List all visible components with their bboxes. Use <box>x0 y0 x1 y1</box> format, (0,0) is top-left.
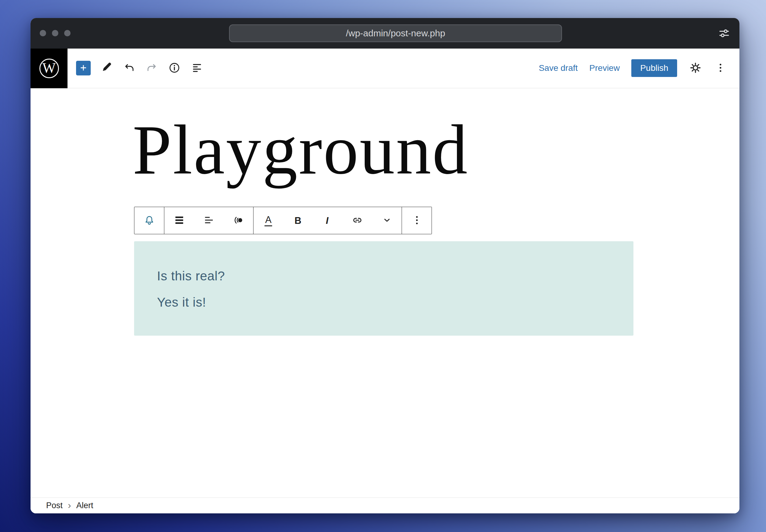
chevron-down-icon <box>381 214 393 227</box>
alert-paragraph[interactable]: Yes it is! <box>157 294 611 311</box>
editor-tools-right: Save draft Preview Publish <box>539 49 727 88</box>
align-text-button[interactable] <box>194 207 224 234</box>
italic-icon: I <box>326 216 330 225</box>
bell-icon <box>144 214 155 227</box>
alert-paragraph[interactable]: Is this real? <box>157 268 611 284</box>
block-inserter-button[interactable] <box>76 61 91 75</box>
link-button[interactable] <box>342 207 372 234</box>
editor-topbar: W <box>31 49 739 88</box>
list-view-button[interactable] <box>190 61 204 75</box>
info-icon <box>168 62 181 75</box>
plus-icon <box>79 63 88 73</box>
post-title-field[interactable]: Playground <box>133 115 469 185</box>
breadcrumb-alert[interactable]: Alert <box>76 501 93 510</box>
block-options-group <box>402 207 432 234</box>
block-toolbar: A B I <box>134 207 432 234</box>
more-formats-button[interactable] <box>372 207 402 234</box>
redo-icon <box>146 62 158 75</box>
url-bar[interactable]: /wp-admin/post-new.php <box>229 24 562 42</box>
undo-icon <box>123 62 135 75</box>
text-color-icon: A <box>264 215 272 226</box>
browser-titlebar: /wp-admin/post-new.php <box>31 18 739 49</box>
alert-block[interactable]: Is this real? Yes it is! <box>134 241 633 336</box>
block-options-button[interactable] <box>402 207 432 234</box>
bold-button[interactable]: B <box>283 207 313 234</box>
window-controls <box>40 30 71 36</box>
link-icon <box>352 214 363 227</box>
save-draft-button[interactable]: Save draft <box>539 63 578 73</box>
wordpress-w: W <box>42 60 56 76</box>
edit-tool-button[interactable] <box>100 61 113 75</box>
italic-button[interactable]: I <box>313 207 342 234</box>
publish-button[interactable]: Publish <box>631 59 677 77</box>
block-type-group <box>134 207 164 234</box>
desktop-background: /wp-admin/post-new.php W <box>0 0 766 532</box>
editor-tools-left <box>76 49 204 88</box>
wordpress-logo-icon: W <box>39 59 59 78</box>
breadcrumb: Post › Alert <box>31 497 739 513</box>
document-info-button[interactable] <box>168 61 181 75</box>
align-left-icon <box>203 214 215 227</box>
redo-button[interactable] <box>145 61 159 75</box>
gear-icon <box>689 62 702 75</box>
justify-button[interactable] <box>164 207 194 234</box>
window-zoom-button[interactable] <box>64 30 71 36</box>
undo-button[interactable] <box>122 61 136 75</box>
format-group: A B I <box>254 207 402 234</box>
chevron-right-icon: › <box>68 500 71 511</box>
kebab-icon <box>715 62 726 75</box>
duotone-button[interactable] <box>224 207 253 234</box>
alert-block-type-button[interactable] <box>134 207 164 234</box>
kebab-icon <box>411 214 423 227</box>
list-view-icon <box>191 62 203 75</box>
window-minimize-button[interactable] <box>52 30 58 36</box>
tune-icon <box>718 27 731 41</box>
more-options-button[interactable] <box>714 61 727 75</box>
pencil-icon <box>100 62 113 75</box>
block-controls-group <box>164 207 254 234</box>
settings-button[interactable] <box>689 61 702 75</box>
bold-icon: B <box>294 216 301 225</box>
duotone-icon <box>233 214 244 227</box>
preview-button[interactable]: Preview <box>589 63 620 73</box>
breadcrumb-post[interactable]: Post <box>46 501 63 510</box>
window-close-button[interactable] <box>40 30 46 36</box>
url-text: /wp-admin/post-new.php <box>346 28 445 38</box>
browser-window: /wp-admin/post-new.php W <box>31 18 739 513</box>
justify-icon <box>173 214 185 227</box>
wordpress-logo-button[interactable]: W <box>31 49 67 88</box>
highlight-button[interactable]: A <box>254 207 283 234</box>
browser-settings-button[interactable] <box>717 27 731 40</box>
editor-canvas: Playground <box>31 88 739 513</box>
